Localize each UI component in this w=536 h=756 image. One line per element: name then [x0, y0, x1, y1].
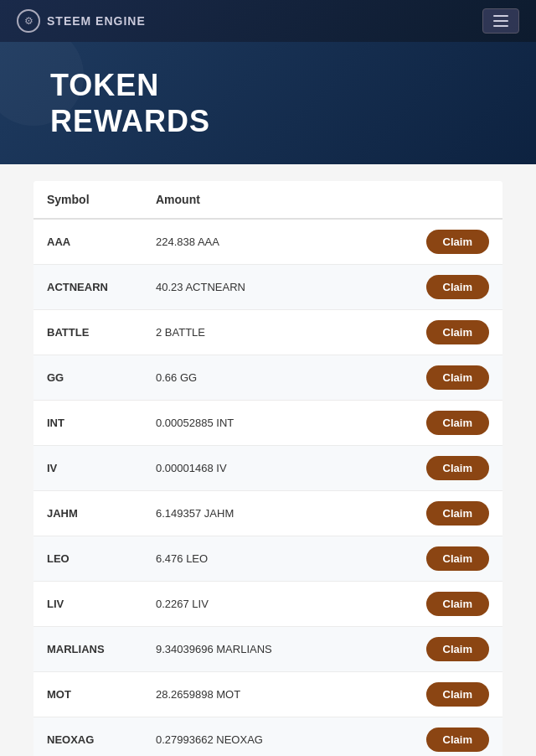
cell-symbol: GG: [34, 355, 142, 401]
cell-symbol: AAA: [34, 219, 142, 265]
cell-action: Claim: [413, 265, 502, 310]
cell-amount: 6.476 LEO: [142, 536, 413, 582]
table-body: AAA224.838 AAAClaimACTNEARN40.23 ACTNEAR…: [34, 219, 502, 756]
col-header-symbol: Symbol: [34, 181, 142, 219]
cell-symbol: INT: [34, 401, 142, 446]
cell-amount: 0.00052885 INT: [142, 401, 413, 446]
logo-area: ⚙ STEEM ENGINE: [17, 9, 146, 33]
claim-button-actnearn[interactable]: Claim: [426, 275, 489, 299]
claim-button-liv[interactable]: Claim: [426, 592, 489, 616]
claim-button-gg[interactable]: Claim: [426, 365, 489, 390]
table-row: LEO6.476 LEOClaim: [34, 536, 502, 582]
claim-button-marlians[interactable]: Claim: [426, 637, 489, 661]
table-row: BATTLE2 BATTLEClaim: [34, 310, 502, 355]
cell-amount: 2 BATTLE: [142, 310, 413, 355]
table-row: MOT28.2659898 MOTClaim: [34, 672, 502, 717]
hamburger-line-2: [493, 20, 508, 22]
cell-action: Claim: [413, 355, 502, 401]
page-title: TOKEN REWARDS: [50, 67, 486, 139]
col-header-action: [413, 181, 502, 219]
cell-amount: 224.838 AAA: [142, 219, 413, 265]
cell-amount: 28.2659898 MOT: [142, 672, 413, 717]
cell-action: Claim: [413, 717, 502, 756]
hamburger-line-3: [493, 25, 508, 27]
cell-symbol: NEOXAG: [34, 717, 142, 756]
table-row: MARLIANS9.34039696 MARLIANSClaim: [34, 627, 502, 672]
cell-symbol: MARLIANS: [34, 627, 142, 672]
main-content: Symbol Amount AAA224.838 AAAClaimACTNEAR…: [0, 164, 536, 756]
cell-action: Claim: [413, 627, 502, 672]
cell-action: Claim: [413, 219, 502, 265]
table-row: JAHM6.149357 JAHMClaim: [34, 491, 502, 536]
cell-symbol: LIV: [34, 582, 142, 627]
table-header: Symbol Amount: [34, 181, 502, 219]
cell-amount: 0.2267 LIV: [142, 582, 413, 627]
logo-text: STEEM ENGINE: [47, 14, 146, 28]
claim-button-neoxag[interactable]: Claim: [426, 728, 489, 752]
cell-symbol: MOT: [34, 672, 142, 717]
cell-symbol: IV: [34, 446, 142, 491]
cell-action: Claim: [413, 536, 502, 582]
cell-action: Claim: [413, 446, 502, 491]
cell-action: Claim: [413, 582, 502, 627]
claim-button-leo[interactable]: Claim: [426, 546, 489, 571]
table-row: ACTNEARN40.23 ACTNEARNClaim: [34, 265, 502, 310]
token-table: Symbol Amount AAA224.838 AAAClaimACTNEAR…: [34, 181, 502, 756]
col-header-amount: Amount: [142, 181, 413, 219]
logo-icon: ⚙: [17, 9, 40, 33]
table-row: LIV0.2267 LIVClaim: [34, 582, 502, 627]
cell-action: Claim: [413, 401, 502, 446]
cell-action: Claim: [413, 672, 502, 717]
menu-button[interactable]: [482, 8, 519, 34]
hamburger-line-1: [493, 15, 508, 17]
cell-amount: 0.00001468 IV: [142, 446, 413, 491]
cell-action: Claim: [413, 310, 502, 355]
table-row: AAA224.838 AAAClaim: [34, 219, 502, 265]
app-header: ⚙ STEEM ENGINE: [0, 0, 536, 42]
cell-amount: 0.66 GG: [142, 355, 413, 401]
cell-amount: 6.149357 JAHM: [142, 491, 413, 536]
claim-button-battle[interactable]: Claim: [426, 320, 489, 344]
cell-symbol: ACTNEARN: [34, 265, 142, 310]
cell-symbol: BATTLE: [34, 310, 142, 355]
claim-button-jahm[interactable]: Claim: [426, 501, 489, 526]
cell-action: Claim: [413, 491, 502, 536]
cell-amount: 9.34039696 MARLIANS: [142, 627, 413, 672]
table-row: GG0.66 GGClaim: [34, 355, 502, 401]
claim-button-mot[interactable]: Claim: [426, 682, 489, 707]
cell-symbol: LEO: [34, 536, 142, 582]
title-banner: TOKEN REWARDS: [0, 42, 536, 164]
table-row: IV0.00001468 IVClaim: [34, 446, 502, 491]
table-row: NEOXAG0.27993662 NEOXAGClaim: [34, 717, 502, 756]
claim-button-iv[interactable]: Claim: [426, 456, 489, 480]
claim-button-aaa[interactable]: Claim: [426, 230, 489, 254]
cell-amount: 0.27993662 NEOXAG: [142, 717, 413, 756]
cell-symbol: JAHM: [34, 491, 142, 536]
claim-button-int[interactable]: Claim: [426, 411, 489, 435]
cell-amount: 40.23 ACTNEARN: [142, 265, 413, 310]
table-row: INT0.00052885 INTClaim: [34, 401, 502, 446]
